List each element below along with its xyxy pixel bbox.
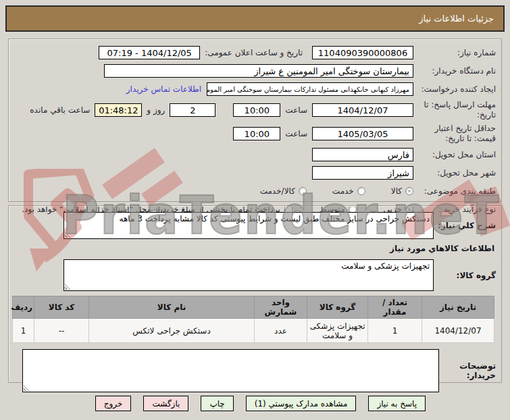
- resize-grip-icon[interactable]: [24, 384, 31, 391]
- row-city: شهر محل تحویل: شیراز: [14, 165, 496, 180]
- goods-group-label: گروه كالا:: [434, 271, 496, 280]
- cell-row-number: 1: [13, 319, 34, 343]
- view-attached-docs-button[interactable]: مشاهده مدارک پیوستي (1): [246, 396, 357, 411]
- resize-grip-icon[interactable]: [65, 282, 72, 290]
- col-goods-group: گروه کالا: [307, 296, 368, 319]
- price-validity-label: حداقل تاریخ اعتبار قیمت: تا تاریخ:: [413, 124, 496, 144]
- cell-goods-name: دستکش جراحی لاتکس: [89, 319, 255, 343]
- action-buttons: پاسخ به نیاز مشاهده مدارک پیوستي (1) چاپ…: [83, 396, 426, 411]
- reply-hour-field[interactable]: 10:00: [233, 103, 280, 117]
- days-remaining-field[interactable]: 2: [170, 103, 215, 117]
- row-need-description: شرح كلي نياز: دستکش جراحی در سایز مختلف …: [14, 212, 496, 239]
- reply-hour-label: ساعت: [285, 105, 307, 115]
- countdown-timer: 01:48:12: [95, 103, 142, 117]
- exit-button[interactable]: خروج: [95, 396, 132, 411]
- goods-group-text: تجهیزات پزشکی و سلامت: [341, 261, 430, 271]
- need-description-label: شرح كلي نياز:: [434, 221, 496, 230]
- price-validity-hour-label: ساعت: [285, 129, 307, 138]
- reply-to-need-button[interactable]: پاسخ به نیاز: [368, 396, 426, 411]
- subject-class-label: طبقه بندی موضوعی:: [413, 186, 496, 196]
- city-label: شهر محل تحویل:: [413, 168, 496, 178]
- resize-grip-icon[interactable]: [65, 230, 72, 238]
- col-need-date: تاریخ نیاز: [422, 296, 494, 319]
- buyer-notes-label: توضیحات خریدار:: [439, 361, 496, 380]
- reply-deadline-date-field[interactable]: 1404/12/07: [312, 103, 413, 117]
- cell-quantity: 1: [368, 319, 422, 343]
- need-details-page: { "header": { "title": "جزئیات اطلاعات ن…: [0, 0, 510, 420]
- buyer-org-field[interactable]: بیمارستان سوختگی امیر المومنین ع شیراز: [104, 64, 413, 78]
- subject-class-option-service[interactable]: خدمت: [332, 186, 365, 196]
- remaining-hours-label: ساعت باقي مانده: [30, 105, 90, 115]
- subject-class-option-goods[interactable]: کالا: [391, 186, 413, 196]
- need-description-textarea[interactable]: دستکش جراحی در سایز مختلف طبق لیست و شرا…: [63, 212, 434, 239]
- province-field[interactable]: فارس: [312, 148, 413, 161]
- radio-goods-service-icon[interactable]: [299, 187, 307, 195]
- radio-goods-icon[interactable]: [405, 187, 413, 195]
- buyer-org-label: نام دستگاه خریدار:: [413, 66, 496, 76]
- row-need-number: شماره نیاز: 1104090390000806 تاریخ و ساع…: [14, 45, 496, 60]
- goods-table-row: 1404/12/07 1 تجهیزات پزشکی و سلامت عدد د…: [13, 319, 494, 343]
- request-creator-field[interactable]: مهرزاد کیهانی خانکهدانی مسئول تدارکات بی…: [207, 82, 413, 96]
- need-info-groupbox: شماره نیاز: 1104090390000806 تاریخ و ساع…: [8, 38, 502, 202]
- col-quantity: تعداد / مقدار: [368, 296, 422, 319]
- cell-goods-group: تجهیزات پزشکی و سلامت: [307, 319, 368, 343]
- page-title-bar: جزئیات اطلاعات نیاز: [5, 5, 505, 32]
- cell-goods-code: --: [34, 319, 89, 343]
- price-validity-hour-field[interactable]: 10:00: [233, 127, 280, 140]
- col-unit: واحد شمارش: [255, 296, 307, 319]
- col-goods-code: کد کالا: [34, 296, 89, 319]
- buyer-notes-textarea[interactable]: [22, 349, 439, 392]
- need-description-text: دستکش جراحی در سایز مختلف طبق لیست و شرا…: [120, 214, 430, 224]
- province-label: استان محل تحویل:: [413, 150, 496, 160]
- row-buyer-org: نام دستگاه خریدار: بیمارستان سوختگی امیر…: [14, 63, 496, 78]
- announce-datetime-field[interactable]: 1404/12/05 - 07:19: [99, 46, 200, 59]
- goods-table: تاریخ نیاز تعداد / مقدار گروه کالا واحد …: [12, 296, 494, 343]
- cell-need-date: 1404/12/07: [422, 319, 494, 343]
- row-goods-group: گروه كالا: تجهیزات پزشکی و سلامت: [14, 259, 496, 291]
- buyer-contact-link[interactable]: اطلاعات تماس خریدار: [126, 84, 201, 94]
- reply-deadline-label: مهلت ارسال پاسخ: تا تاریخ:: [413, 100, 496, 120]
- goods-group-textarea[interactable]: تجهیزات پزشکی و سلامت: [63, 259, 434, 291]
- option-goods-label: کالا: [391, 186, 402, 196]
- subject-class-option-goods-service[interactable]: کالا/خدمت: [260, 186, 307, 196]
- city-field[interactable]: شیراز: [312, 166, 413, 180]
- days-label: روز و: [147, 105, 165, 115]
- goods-info-groupbox: شرح كلي نياز: دستکش جراحی در سایز مختلف …: [8, 205, 502, 383]
- option-goods-service-label: کالا/خدمت: [260, 186, 295, 196]
- goods-section-title: اطلاعات كالاهاي مورد نياز: [14, 244, 494, 253]
- row-reply-deadline: مهلت ارسال پاسخ: تا تاریخ: 1404/12/07 سا…: [14, 100, 496, 120]
- row-province: استان محل تحویل: فارس: [14, 147, 496, 162]
- back-button[interactable]: بازگشت: [143, 396, 188, 411]
- need-number-label: شماره نیاز:: [413, 48, 496, 58]
- goods-table-header-row: تاریخ نیاز تعداد / مقدار گروه کالا واحد …: [13, 296, 494, 319]
- page-title: جزئیات اطلاعات نیاز: [419, 14, 494, 24]
- request-creator-label: ایجاد کننده درخواست:: [413, 84, 496, 95]
- need-number-field[interactable]: 1104090390000806: [312, 46, 413, 59]
- col-goods-name: نام کالا: [89, 296, 255, 319]
- row-subject-class: طبقه بندی موضوعی: کالا خدمت کالا/خدمت: [14, 184, 496, 199]
- print-button[interactable]: چاپ: [201, 396, 233, 411]
- option-service-label: خدمت: [332, 186, 354, 196]
- announce-datetime-label: تاریخ و ساعت اعلان عمومی:: [205, 48, 303, 57]
- cell-unit: عدد: [255, 319, 307, 343]
- row-request-creator: ایجاد کننده درخواست: مهرزاد کیهانی خانکه…: [14, 82, 496, 97]
- row-buyer-notes: توضیحات خریدار:: [14, 349, 496, 392]
- radio-service-icon[interactable]: [357, 187, 365, 195]
- col-row-number: ردیف: [13, 296, 34, 319]
- row-price-validity: حداقل تاریخ اعتبار قیمت: تا تاریخ: 1405/…: [14, 124, 496, 144]
- price-validity-date-field[interactable]: 1405/03/05: [312, 127, 413, 140]
